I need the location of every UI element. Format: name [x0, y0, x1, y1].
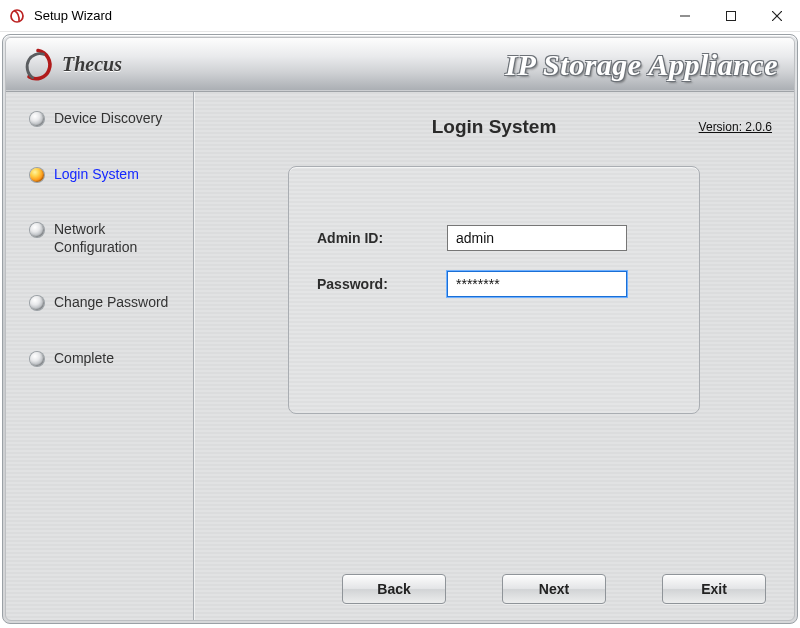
content-body: Device Discovery Login System Network Co…	[6, 92, 794, 620]
window-minimize-button[interactable]	[662, 0, 708, 32]
step-complete[interactable]: Complete	[30, 350, 181, 368]
step-label: Login System	[54, 166, 139, 184]
page-heading: Login System	[432, 116, 557, 138]
window-title: Setup Wizard	[34, 8, 112, 23]
step-bullet-icon	[30, 223, 44, 237]
exit-button[interactable]: Exit	[662, 574, 766, 604]
password-label: Password:	[317, 276, 447, 292]
version-label[interactable]: Version: 2.0.6	[699, 120, 772, 134]
form-row-admin-id: Admin ID:	[317, 225, 671, 251]
step-label: Network Configuration	[54, 221, 174, 256]
main-content: Login System Version: 2.0.6 Admin ID: Pa…	[194, 92, 794, 620]
brand-logo: Thecus	[6, 38, 181, 91]
admin-id-input[interactable]	[447, 225, 627, 251]
password-input[interactable]	[447, 271, 627, 297]
step-label: Complete	[54, 350, 114, 368]
login-panel: Admin ID: Password:	[288, 166, 700, 414]
window-inner: Thecus IP Storage Appliance Device Disco…	[5, 37, 795, 621]
step-login-system[interactable]: Login System	[30, 166, 181, 184]
step-change-password[interactable]: Change Password	[30, 294, 181, 312]
step-label: Device Discovery	[54, 110, 162, 128]
step-label: Change Password	[54, 294, 168, 312]
titlebar: Setup Wizard	[0, 0, 800, 32]
svg-rect-1	[680, 15, 690, 16]
header-banner: Thecus IP Storage Appliance	[6, 38, 794, 92]
step-bullet-icon	[30, 352, 44, 366]
product-title: IP Storage Appliance	[181, 38, 794, 91]
admin-id-label: Admin ID:	[317, 230, 447, 246]
wizard-footer: Back Next Exit	[194, 574, 794, 604]
brand-swirl-icon	[20, 47, 56, 83]
window-frame: Thecus IP Storage Appliance Device Disco…	[2, 34, 798, 624]
back-button[interactable]: Back	[342, 574, 446, 604]
form-row-password: Password:	[317, 271, 671, 297]
content-head: Login System Version: 2.0.6	[216, 110, 772, 156]
next-button[interactable]: Next	[502, 574, 606, 604]
wizard-steps-sidebar: Device Discovery Login System Network Co…	[6, 92, 194, 620]
svg-rect-2	[727, 11, 736, 20]
step-bullet-icon	[30, 112, 44, 126]
step-device-discovery[interactable]: Device Discovery	[30, 110, 181, 128]
window-maximize-button[interactable]	[708, 0, 754, 32]
step-network-configuration[interactable]: Network Configuration	[30, 221, 181, 256]
app-icon	[6, 5, 28, 27]
step-bullet-icon	[30, 296, 44, 310]
window-close-button[interactable]	[754, 0, 800, 32]
step-bullet-icon	[30, 168, 44, 182]
brand-name: Thecus	[62, 53, 122, 76]
